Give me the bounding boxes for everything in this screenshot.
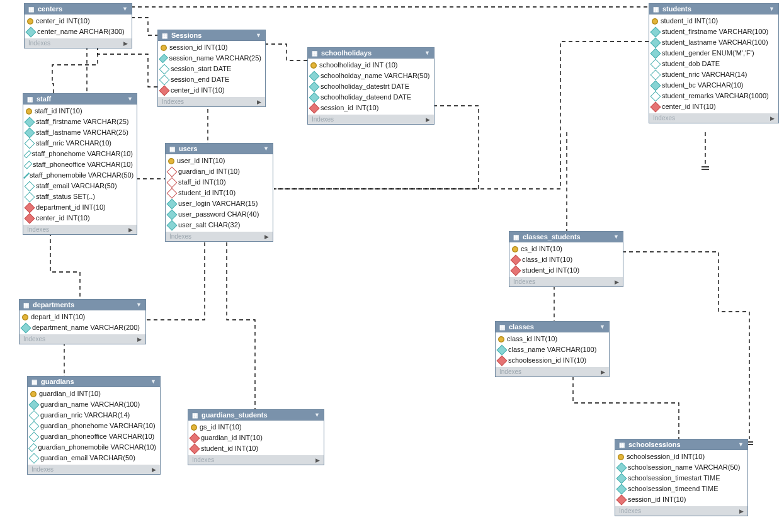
indexes-section[interactable]: Indexes▶ (509, 277, 623, 286)
chevron-down-icon[interactable]: ▼ (599, 324, 605, 330)
column-row[interactable]: staff_phonemobile VARCHAR(50) (23, 170, 137, 181)
column-row[interactable]: depart_id INT(10) (20, 312, 145, 322)
chevron-down-icon[interactable]: ▼ (151, 378, 156, 385)
entity-schoolsessions[interactable]: ▦schoolsessions▼schoolsession_id INT(10)… (615, 439, 748, 516)
chevron-down-icon[interactable]: ▼ (738, 441, 744, 448)
column-row[interactable]: staff_phoneoffice VARCHAR(10) (23, 159, 137, 170)
entity-header[interactable]: ▦departments▼ (20, 300, 145, 310)
column-row[interactable]: schoolholiday_id INT (10) (308, 60, 434, 71)
indexes-section[interactable]: Indexes▶ (308, 115, 434, 124)
column-row[interactable]: student_id INT(10) (509, 265, 623, 276)
entity-guardians_students[interactable]: ▦guardians_students▼gs_id INT(10)guardia… (188, 409, 324, 465)
column-row[interactable]: staff_lastname VARCHAR(25) (23, 127, 137, 138)
column-row[interactable]: schoolsession_timestart TIME (615, 473, 747, 484)
column-row[interactable]: class_id INT(10) (496, 334, 609, 344)
column-row[interactable]: student_bc VARCHAR(10) (649, 80, 778, 91)
entity-header[interactable]: ▦users▼ (166, 144, 273, 154)
column-row[interactable]: schoolsession_timeend TIME (615, 484, 747, 494)
column-row[interactable]: guardian_id INT(10) (188, 433, 324, 443)
column-row[interactable]: center_name ARCHAR(300) (25, 26, 132, 37)
column-row[interactable]: student_lastname VARCHAR(100) (649, 37, 778, 48)
indexes-section[interactable]: Indexes▶ (166, 232, 273, 241)
entity-header[interactable]: ▦students▼ (649, 4, 778, 14)
column-row[interactable]: schoolsession_name VARCHAR(50) (615, 462, 747, 473)
entity-header[interactable]: ▦schoolholidays▼ (308, 48, 434, 59)
column-row[interactable]: gs_id INT(10) (188, 422, 324, 433)
chevron-down-icon[interactable]: ▼ (256, 32, 261, 38)
entity-header[interactable]: ▦classes_students▼ (509, 232, 623, 242)
entity-header[interactable]: ▦classes▼ (496, 322, 609, 332)
chevron-down-icon[interactable]: ▼ (136, 302, 142, 308)
column-row[interactable]: student_id INT(10) (166, 188, 273, 198)
chevron-down-icon[interactable]: ▼ (613, 234, 619, 240)
indexes-section[interactable]: Indexes▶ (188, 455, 324, 465)
column-row[interactable]: center_id INT(10) (158, 85, 265, 96)
column-row[interactable]: center_id INT(10) (649, 101, 778, 112)
column-row[interactable]: student_remarks VARCHAR(1000) (649, 91, 778, 101)
entity-header[interactable]: ▦staff▼ (23, 94, 137, 105)
indexes-section[interactable]: Indexes▶ (158, 97, 265, 106)
column-row[interactable]: student_id INT(10) (188, 443, 324, 454)
column-row[interactable]: department_id INT(10) (23, 202, 137, 213)
column-row[interactable]: schoolhoiday_name VARCHAR(50) (308, 71, 434, 81)
column-row[interactable]: session_end DATE (158, 74, 265, 85)
chevron-down-icon[interactable]: ▼ (127, 96, 133, 102)
column-row[interactable]: staff_phonehome VARCHAR(10) (23, 149, 137, 159)
column-row[interactable]: schoolholiday_dateend DATE (308, 92, 434, 103)
column-row[interactable]: user_login VARCHAR(15) (166, 198, 273, 209)
column-row[interactable]: guardian_phonehome VARCHAR(10) (28, 421, 160, 431)
entity-header[interactable]: ▦guardians▼ (28, 376, 160, 387)
column-row[interactable]: guardian_id INT(10) (166, 166, 273, 177)
column-row[interactable]: student_gender ENUM('M','F') (649, 48, 778, 59)
column-row[interactable]: student_nric VARCHAR(14) (649, 69, 778, 80)
column-row[interactable]: staff_email VARCHAR(50) (23, 181, 137, 191)
column-row[interactable]: user_id INT(10) (166, 156, 273, 166)
entity-students[interactable]: ▦students▼student_id INT(10)student_firs… (649, 3, 779, 123)
entity-sessions[interactable]: ▦Sessions▼session_id INT(10)session_name… (157, 30, 266, 107)
indexes-section[interactable]: Indexes▶ (20, 334, 145, 344)
entity-departments[interactable]: ▦departments▼depart_id INT(10)department… (19, 299, 146, 344)
entity-staff[interactable]: ▦staff▼staff_id INT(10)staff_firstname V… (23, 93, 137, 235)
column-row[interactable]: session_id INT(10) (615, 494, 747, 505)
column-row[interactable]: guardian_id INT(10) (28, 388, 160, 399)
column-row[interactable]: guardian_email VARCHAR(50) (28, 453, 160, 463)
chevron-down-icon[interactable]: ▼ (314, 412, 320, 418)
column-row[interactable]: staff_nric VARCHAR(10) (23, 138, 137, 149)
indexes-section[interactable]: Indexes▶ (615, 506, 747, 516)
entity-classes[interactable]: ▦classes▼class_id INT(10)class_name VARC… (495, 321, 610, 377)
column-row[interactable]: guardian_phonemobile VARCHAR(10) (28, 442, 160, 453)
indexes-section[interactable]: Indexes▶ (496, 367, 609, 376)
entity-schoolholidays[interactable]: ▦schoolholidays▼schoolholiday_id INT (10… (307, 47, 435, 125)
column-row[interactable]: cs_id INT(10) (509, 244, 623, 254)
indexes-section[interactable]: Indexes▶ (649, 113, 778, 123)
column-row[interactable]: student_dob DATE (649, 59, 778, 69)
indexes-section[interactable]: Indexes▶ (28, 465, 160, 474)
entity-users[interactable]: ▦users▼user_id INT(10)guardian_id INT(10… (165, 143, 273, 242)
indexes-section[interactable]: Indexes▶ (25, 38, 132, 48)
entity-header[interactable]: ▦centers▼ (25, 4, 132, 14)
chevron-down-icon[interactable]: ▼ (424, 50, 430, 56)
column-row[interactable]: schoolsession_id INT(10) (615, 451, 747, 462)
indexes-section[interactable]: Indexes▶ (23, 225, 137, 234)
column-row[interactable]: guardian_name VARCHAR(100) (28, 399, 160, 410)
column-row[interactable]: staff_firstname VARCHAR(25) (23, 116, 137, 127)
column-row[interactable]: user_salt CHAR(32) (166, 220, 273, 230)
column-row[interactable]: schoolsession_id INT(10) (496, 355, 609, 366)
chevron-down-icon[interactable]: ▼ (122, 6, 128, 12)
column-row[interactable]: center_id INT(10) (23, 213, 137, 224)
column-row[interactable]: student_id INT(10) (649, 16, 778, 26)
column-row[interactable]: guardian_phoneoffice VARCHAR(10) (28, 431, 160, 442)
entity-header[interactable]: ▦schoolsessions▼ (615, 439, 747, 450)
column-row[interactable]: student_firstname VARCHAR(100) (649, 26, 778, 37)
entity-guardians[interactable]: ▦guardians▼guardian_id INT(10)guardian_n… (27, 376, 161, 475)
column-row[interactable]: staff_id INT(10) (23, 106, 137, 116)
column-row[interactable]: session_start DATE (158, 64, 265, 74)
column-row[interactable]: session_id INT(10) (158, 42, 265, 53)
column-row[interactable]: session_name VARCHAR(25) (158, 53, 265, 64)
entity-classes_students[interactable]: ▦classes_students▼cs_id INT(10)class_id … (509, 231, 623, 287)
column-row[interactable]: class_name VARCHAR(100) (496, 344, 609, 355)
column-row[interactable]: department_name VARCHAR(200) (20, 322, 145, 333)
chevron-down-icon[interactable]: ▼ (769, 6, 775, 12)
entity-header[interactable]: ▦Sessions▼ (158, 30, 265, 41)
column-row[interactable]: center_id INT(10) (25, 16, 132, 26)
